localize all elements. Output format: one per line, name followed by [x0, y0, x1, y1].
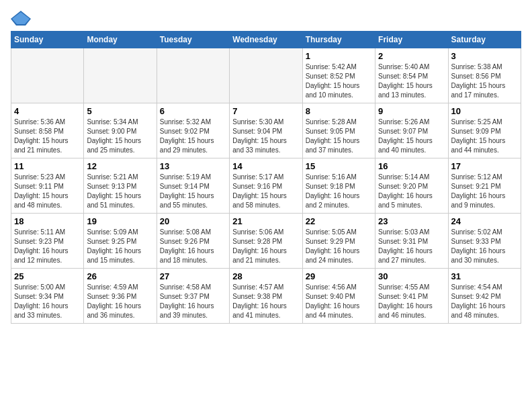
- calendar-cell: 5Sunrise: 5:34 AM Sunset: 9:00 PM Daylig…: [84, 103, 157, 158]
- calendar-week-row: 1Sunrise: 5:42 AM Sunset: 8:52 PM Daylig…: [11, 48, 521, 103]
- calendar-week-row: 18Sunrise: 5:11 AM Sunset: 9:23 PM Dayli…: [11, 214, 521, 269]
- day-info: Sunrise: 4:56 AM Sunset: 9:40 PM Dayligh…: [306, 283, 372, 320]
- day-info: Sunrise: 5:00 AM Sunset: 9:34 PM Dayligh…: [14, 283, 81, 320]
- day-number: 28: [232, 271, 299, 281]
- calendar-cell: 30Sunrise: 4:55 AM Sunset: 9:41 PM Dayli…: [375, 269, 448, 324]
- day-info: Sunrise: 5:02 AM Sunset: 9:33 PM Dayligh…: [451, 228, 518, 265]
- calendar-cell: 6Sunrise: 5:32 AM Sunset: 9:02 PM Daylig…: [157, 103, 229, 158]
- day-header-wednesday: Wednesday: [230, 32, 302, 48]
- calendar-cell: 15Sunrise: 5:16 AM Sunset: 9:18 PM Dayli…: [302, 158, 375, 214]
- day-info: Sunrise: 4:59 AM Sunset: 9:36 PM Dayligh…: [87, 283, 153, 320]
- day-number: 5: [87, 106, 153, 116]
- calendar-cell: 28Sunrise: 4:57 AM Sunset: 9:38 PM Dayli…: [230, 269, 302, 324]
- calendar-cell: 9Sunrise: 5:26 AM Sunset: 9:07 PM Daylig…: [375, 103, 448, 158]
- day-info: Sunrise: 4:55 AM Sunset: 9:41 PM Dayligh…: [378, 283, 445, 320]
- day-info: Sunrise: 4:57 AM Sunset: 9:38 PM Dayligh…: [232, 283, 299, 320]
- day-number: 2: [378, 51, 445, 61]
- day-info: Sunrise: 5:11 AM Sunset: 9:23 PM Dayligh…: [14, 228, 81, 265]
- calendar-cell: 20Sunrise: 5:08 AM Sunset: 9:26 PM Dayli…: [157, 214, 229, 269]
- day-info: Sunrise: 4:54 AM Sunset: 9:42 PM Dayligh…: [451, 283, 518, 320]
- calendar-cell: 14Sunrise: 5:17 AM Sunset: 9:16 PM Dayli…: [230, 158, 302, 214]
- day-info: Sunrise: 5:36 AM Sunset: 8:58 PM Dayligh…: [14, 118, 81, 155]
- day-number: 1: [306, 51, 372, 61]
- calendar-cell: 2Sunrise: 5:40 AM Sunset: 8:54 PM Daylig…: [375, 48, 448, 103]
- calendar-header-row: SundayMondayTuesdayWednesdayThursdayFrid…: [11, 32, 521, 48]
- calendar-cell: [230, 48, 302, 103]
- day-info: Sunrise: 5:23 AM Sunset: 9:11 PM Dayligh…: [14, 173, 81, 210]
- day-info: Sunrise: 5:34 AM Sunset: 9:00 PM Dayligh…: [87, 118, 153, 155]
- calendar-cell: 10Sunrise: 5:25 AM Sunset: 9:09 PM Dayli…: [448, 103, 521, 158]
- day-info: Sunrise: 5:32 AM Sunset: 9:02 PM Dayligh…: [160, 118, 226, 155]
- day-info: Sunrise: 5:19 AM Sunset: 9:14 PM Dayligh…: [160, 173, 226, 210]
- day-number: 29: [306, 271, 372, 281]
- day-number: 24: [451, 216, 518, 226]
- day-info: Sunrise: 5:42 AM Sunset: 8:52 PM Dayligh…: [306, 62, 372, 100]
- day-number: 25: [14, 271, 81, 281]
- day-info: Sunrise: 5:12 AM Sunset: 9:21 PM Dayligh…: [451, 173, 518, 210]
- day-info: Sunrise: 5:25 AM Sunset: 9:09 PM Dayligh…: [451, 118, 518, 155]
- day-number: 3: [451, 51, 518, 61]
- day-number: 16: [378, 161, 445, 171]
- day-number: 21: [232, 216, 299, 226]
- calendar-cell: [157, 48, 229, 103]
- day-info: Sunrise: 5:08 AM Sunset: 9:26 PM Dayligh…: [160, 228, 226, 265]
- calendar-cell: 29Sunrise: 4:56 AM Sunset: 9:40 PM Dayli…: [302, 269, 375, 324]
- day-header-saturday: Saturday: [448, 32, 521, 48]
- day-number: 15: [306, 161, 372, 171]
- day-header-friday: Friday: [375, 32, 448, 48]
- calendar-table: SundayMondayTuesdayWednesdayThursdayFrid…: [11, 31, 521, 324]
- calendar-cell: 21Sunrise: 5:06 AM Sunset: 9:28 PM Dayli…: [230, 214, 302, 269]
- day-number: 4: [14, 106, 81, 116]
- day-info: Sunrise: 5:40 AM Sunset: 8:54 PM Dayligh…: [378, 62, 445, 100]
- day-info: Sunrise: 5:30 AM Sunset: 9:04 PM Dayligh…: [232, 118, 299, 155]
- calendar-week-row: 25Sunrise: 5:00 AM Sunset: 9:34 PM Dayli…: [11, 269, 521, 324]
- day-info: Sunrise: 5:16 AM Sunset: 9:18 PM Dayligh…: [306, 173, 372, 210]
- day-number: 30: [378, 271, 445, 281]
- calendar-cell: [11, 48, 84, 103]
- day-number: 23: [378, 216, 445, 226]
- calendar-cell: 3Sunrise: 5:38 AM Sunset: 8:56 PM Daylig…: [448, 48, 521, 103]
- day-info: Sunrise: 5:06 AM Sunset: 9:28 PM Dayligh…: [232, 228, 299, 265]
- day-number: 22: [306, 216, 372, 226]
- day-number: 6: [160, 106, 226, 116]
- logo: [11, 11, 34, 26]
- calendar-week-row: 11Sunrise: 5:23 AM Sunset: 9:11 PM Dayli…: [11, 158, 521, 214]
- day-number: 10: [451, 106, 518, 116]
- day-number: 12: [87, 161, 153, 171]
- calendar-cell: 18Sunrise: 5:11 AM Sunset: 9:23 PM Dayli…: [11, 214, 84, 269]
- calendar-cell: 27Sunrise: 4:58 AM Sunset: 9:37 PM Dayli…: [157, 269, 229, 324]
- calendar-cell: 24Sunrise: 5:02 AM Sunset: 9:33 PM Dayli…: [448, 214, 521, 269]
- day-number: 14: [232, 161, 299, 171]
- calendar-cell: 7Sunrise: 5:30 AM Sunset: 9:04 PM Daylig…: [230, 103, 302, 158]
- calendar-cell: 31Sunrise: 4:54 AM Sunset: 9:42 PM Dayli…: [448, 269, 521, 324]
- day-number: 19: [87, 216, 153, 226]
- day-number: 13: [160, 161, 226, 171]
- calendar-cell: [84, 48, 157, 103]
- day-info: Sunrise: 5:03 AM Sunset: 9:31 PM Dayligh…: [378, 228, 445, 265]
- day-header-tuesday: Tuesday: [157, 32, 229, 48]
- day-info: Sunrise: 5:09 AM Sunset: 9:25 PM Dayligh…: [87, 228, 153, 265]
- calendar-cell: 11Sunrise: 5:23 AM Sunset: 9:11 PM Dayli…: [11, 158, 84, 214]
- day-number: 27: [160, 271, 226, 281]
- calendar-cell: 8Sunrise: 5:28 AM Sunset: 9:05 PM Daylig…: [302, 103, 375, 158]
- day-header-sunday: Sunday: [11, 32, 84, 48]
- day-number: 17: [451, 161, 518, 171]
- day-info: Sunrise: 5:28 AM Sunset: 9:05 PM Dayligh…: [306, 118, 372, 155]
- day-number: 26: [87, 271, 153, 281]
- day-header-monday: Monday: [84, 32, 157, 48]
- day-number: 7: [232, 106, 299, 116]
- day-info: Sunrise: 5:21 AM Sunset: 9:13 PM Dayligh…: [87, 173, 153, 210]
- day-header-thursday: Thursday: [302, 32, 375, 48]
- day-info: Sunrise: 5:26 AM Sunset: 9:07 PM Dayligh…: [378, 118, 445, 155]
- logo-icon: [11, 11, 31, 26]
- calendar-cell: 4Sunrise: 5:36 AM Sunset: 8:58 PM Daylig…: [11, 103, 84, 158]
- day-info: Sunrise: 5:17 AM Sunset: 9:16 PM Dayligh…: [232, 173, 299, 210]
- day-number: 20: [160, 216, 226, 226]
- day-number: 31: [451, 271, 518, 281]
- page-header: [11, 11, 521, 26]
- calendar-cell: 22Sunrise: 5:05 AM Sunset: 9:29 PM Dayli…: [302, 214, 375, 269]
- day-number: 8: [306, 106, 372, 116]
- calendar-cell: 1Sunrise: 5:42 AM Sunset: 8:52 PM Daylig…: [302, 48, 375, 103]
- calendar-cell: 13Sunrise: 5:19 AM Sunset: 9:14 PM Dayli…: [157, 158, 229, 214]
- day-number: 9: [378, 106, 445, 116]
